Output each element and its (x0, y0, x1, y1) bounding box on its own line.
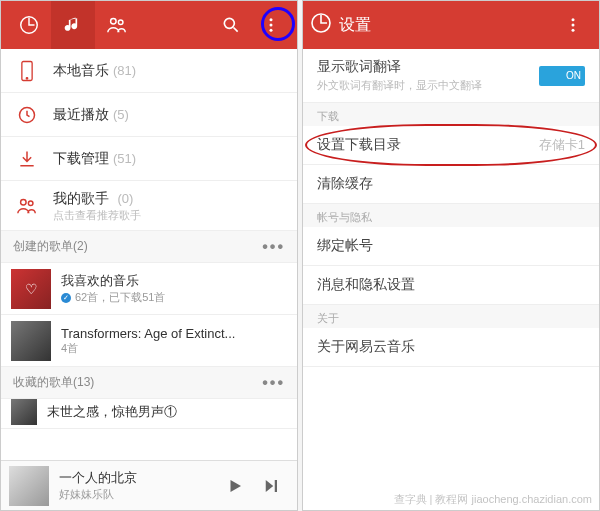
section-collected-playlists[interactable]: 收藏的歌单(13) ••• (1, 367, 297, 399)
page-title: 设置 (339, 15, 371, 36)
search-button[interactable] (211, 1, 251, 49)
svg-point-11 (28, 200, 33, 205)
artists-icon (16, 195, 38, 217)
more-vert-icon (564, 16, 582, 34)
netease-logo-icon (309, 11, 333, 39)
svg-point-4 (270, 18, 273, 21)
topbar-right: 设置 (303, 1, 599, 49)
menu-local-music[interactable]: 本地音乐 (81) (1, 49, 297, 93)
playlist-title: Transformers: Age of Extinct... (61, 326, 287, 341)
setting-label: 消息和隐私设置 (317, 276, 415, 294)
svg-point-14 (572, 24, 575, 27)
next-button[interactable] (253, 468, 289, 504)
svg-point-2 (118, 20, 123, 25)
verified-icon: ✓ (61, 293, 71, 303)
svg-point-6 (270, 29, 273, 32)
section-label: 创建的歌单(2) (13, 238, 88, 255)
setting-download-dir[interactable]: 设置下载目录 存储卡1 (303, 126, 599, 165)
now-playing-title: 一个人的北京 (59, 469, 217, 487)
svg-point-8 (26, 77, 27, 78)
section-about: 关于 (303, 305, 599, 328)
playlist-item-favorites[interactable]: ♡ 我喜欢的音乐 ✓62首，已下载51首 (1, 263, 297, 315)
playlist-sub: 4首 (61, 341, 78, 356)
setting-label: 设置下载目录 (317, 136, 401, 154)
section-label: 收藏的歌单(13) (13, 374, 94, 391)
setting-label: 显示歌词翻译 (317, 58, 482, 76)
tab-discover[interactable] (7, 1, 51, 49)
setting-translate-lyrics[interactable]: 显示歌词翻译 外文歌词有翻译时，显示中文翻译 ON (303, 49, 599, 103)
svg-point-5 (270, 24, 273, 27)
section-download: 下载 (303, 103, 599, 126)
next-icon (262, 477, 280, 495)
playlist-thumb (11, 321, 51, 361)
setting-label: 绑定帐号 (317, 237, 373, 255)
heart-icon: ♡ (25, 281, 38, 297)
setting-about-app[interactable]: 关于网易云音乐 (303, 328, 599, 367)
clock-icon (17, 105, 37, 125)
menu-label: 下载管理 (53, 150, 109, 168)
menu-download-manage[interactable]: 下载管理 (51) (1, 137, 297, 181)
setting-sub: 外文歌词有翻译时，显示中文翻译 (317, 78, 482, 93)
overflow-menu-button[interactable] (251, 1, 291, 49)
main-screen: 本地音乐 (81) 最近播放 (5) 下载管理 (51) 我的歌手 (0) 点击… (0, 0, 298, 511)
setting-label: 清除缓存 (317, 175, 373, 193)
more-vert-icon (262, 16, 280, 34)
switch-on[interactable]: ON (539, 66, 585, 86)
now-playing-thumb (9, 466, 49, 506)
music-icon (63, 15, 83, 35)
topbar-left (1, 1, 297, 49)
menu-label: 最近播放 (53, 106, 109, 124)
friends-icon (106, 14, 128, 36)
menu-count: (81) (113, 63, 136, 78)
play-button[interactable] (217, 468, 253, 504)
menu-label: 本地音乐 (53, 62, 109, 80)
phone-icon (18, 60, 36, 82)
settings-screen: 设置 显示歌词翻译 外文歌词有翻译时，显示中文翻译 ON 下载 设置下载目录 存… (302, 0, 600, 511)
setting-bind-account[interactable]: 绑定帐号 (303, 227, 599, 266)
now-playing-bar[interactable]: 一个人的北京 好妹妹乐队 (1, 460, 297, 510)
section-more-icon[interactable]: ••• (262, 238, 285, 256)
playlist-title: 末世之感，惊艳男声① (47, 403, 177, 421)
playlist-sub: 62首，已下载51首 (75, 290, 165, 305)
playlist-item[interactable]: Transformers: Age of Extinct... 4首 (1, 315, 297, 367)
menu-count: (5) (113, 107, 129, 122)
menu-my-artists[interactable]: 我的歌手 (0) 点击查看推荐歌手 (1, 181, 297, 231)
now-playing-artist: 好妹妹乐队 (59, 487, 217, 502)
playlist-thumb: ♡ (11, 269, 51, 309)
playlist-thumb (11, 399, 37, 425)
section-created-playlists[interactable]: 创建的歌单(2) ••• (1, 231, 297, 263)
play-icon (226, 477, 244, 495)
svg-point-3 (224, 18, 234, 28)
menu-label: 我的歌手 (53, 190, 109, 206)
setting-privacy[interactable]: 消息和隐私设置 (303, 266, 599, 305)
my-music-menu: 本地音乐 (81) 最近播放 (5) 下载管理 (51) 我的歌手 (0) 点击… (1, 49, 297, 231)
svg-point-15 (572, 29, 575, 32)
setting-value: 存储卡1 (539, 136, 585, 154)
menu-recent-play[interactable]: 最近播放 (5) (1, 93, 297, 137)
svg-point-10 (21, 199, 26, 205)
section-account: 帐号与隐私 (303, 204, 599, 227)
playlist-title: 我喜欢的音乐 (61, 272, 165, 290)
section-more-icon[interactable]: ••• (262, 374, 285, 392)
playlist-item[interactable]: 末世之感，惊艳男声① (1, 399, 297, 429)
menu-sub: 点击查看推荐歌手 (53, 208, 141, 223)
tab-friends[interactable] (95, 1, 139, 49)
menu-count: (0) (117, 191, 133, 206)
search-icon (221, 15, 241, 35)
netease-logo-icon (18, 14, 40, 36)
setting-label: 关于网易云音乐 (317, 338, 415, 356)
svg-point-1 (111, 19, 117, 24)
tab-my-music[interactable] (51, 1, 95, 49)
menu-count: (51) (113, 151, 136, 166)
overflow-menu-button[interactable] (553, 1, 593, 49)
svg-point-13 (572, 18, 575, 21)
download-icon (17, 149, 37, 169)
setting-clear-cache[interactable]: 清除缓存 (303, 165, 599, 204)
